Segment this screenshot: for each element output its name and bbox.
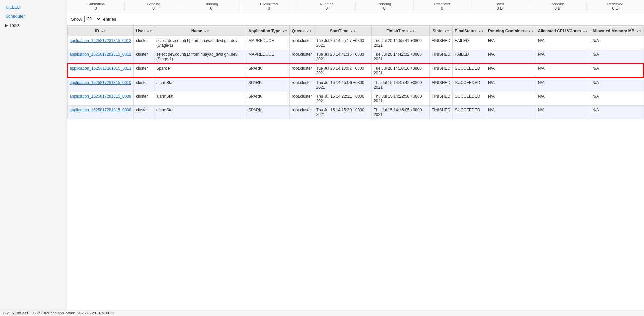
- cell-id[interactable]: application_1625817281315_0010: [67, 78, 134, 92]
- th-app-type[interactable]: Application Type ▲▼: [246, 26, 290, 36]
- cell-app_type: SPARK: [246, 78, 290, 92]
- cell-id[interactable]: application_1625817281315_0013: [67, 36, 134, 50]
- stat-used-mem-value: 0 B: [474, 6, 526, 11]
- cell-name: Spark Pi: [154, 64, 246, 78]
- table-row: application_1625817281315_0009clusterala…: [67, 92, 644, 106]
- th-queue[interactable]: Queue ▲▼: [290, 26, 314, 36]
- th-id[interactable]: ID ▲▼: [67, 26, 134, 36]
- cell-final_status: FAILED: [453, 50, 486, 64]
- cell-user: cluster: [134, 36, 154, 50]
- stat-running-containers: Running 0: [298, 1, 356, 11]
- cell-alloc_mem: N/A: [590, 50, 644, 64]
- cell-start_time: Thu Jul 15 14:22:11 +0800 2021: [314, 92, 372, 106]
- sidebar-item-killed[interactable]: KILLED: [0, 3, 67, 12]
- cell-running_containers: N/A: [486, 64, 536, 78]
- cell-alloc_mem: N/A: [590, 106, 644, 119]
- th-start-time[interactable]: StartTime ▲▼: [314, 26, 372, 36]
- start-time-sort-icon: ▲▼: [350, 30, 356, 33]
- th-alloc-cpu[interactable]: Allocated CPU VCores ▲▼: [536, 26, 590, 36]
- app-id-link[interactable]: application_1625817281315_0013: [70, 38, 131, 43]
- cell-queue: root.cluster: [290, 64, 314, 78]
- th-user[interactable]: User ▲▼: [134, 26, 154, 36]
- status-url: 172.16.188.231:8088/cluster/app/applicat…: [3, 311, 114, 315]
- cell-app_type: MAPREDUCE: [246, 50, 290, 64]
- cell-alloc_cpu: N/A: [536, 50, 590, 64]
- stat-running-containers-label: Running: [301, 2, 353, 6]
- app-id-link[interactable]: application_1625817281315_0011: [70, 66, 131, 71]
- cell-state: FINISHED: [430, 106, 453, 119]
- cell-user: cluster: [134, 50, 154, 64]
- finish-time-sort-icon: ▲▼: [409, 30, 415, 33]
- cell-queue: root.cluster: [290, 106, 314, 119]
- th-final-status[interactable]: FinalStatus ▲▼: [453, 26, 486, 36]
- stat-pending-containers: Pending 0: [356, 1, 413, 11]
- cell-start_time: Tue Jul 20 14:18:02 +0800 2021: [314, 64, 372, 78]
- cell-app_type: SPARK: [246, 92, 290, 106]
- table-body: application_1625817281315_0013clustersel…: [67, 36, 644, 119]
- cell-app_type: SPARK: [246, 106, 290, 119]
- stat-reserved-mem-value: 0 B: [589, 6, 641, 11]
- state-sort-icon: ▲▼: [444, 30, 449, 33]
- stat-pending-containers-label: Pending: [358, 2, 410, 6]
- stat-running-apps-label: Running: [185, 2, 237, 6]
- cell-queue: root.cluster: [290, 92, 314, 106]
- th-state[interactable]: State ▲▼: [430, 26, 453, 36]
- th-alloc-mem[interactable]: Allocated Memory MB ▲▼: [590, 26, 644, 36]
- th-running-containers[interactable]: Running Containers ▲▼: [486, 26, 536, 36]
- cell-finish_time: Tue Jul 20 14:42:02 +0800 2021: [372, 50, 430, 64]
- cell-app_type: SPARK: [246, 64, 290, 78]
- status-bar: 172.16.188.231:8088/cluster/app/applicat…: [0, 310, 644, 316]
- cell-id[interactable]: application_1625817281315_0011: [67, 64, 134, 78]
- cell-alloc_mem: N/A: [590, 78, 644, 92]
- app-id-link[interactable]: application_1625817281315_0010: [70, 80, 131, 85]
- cell-alloc_cpu: N/A: [536, 64, 590, 78]
- stat-used-mem: Used 0 B: [471, 1, 529, 11]
- stat-reserved-containers-value: 0: [416, 6, 468, 11]
- th-name[interactable]: Name ▲▼: [154, 26, 246, 36]
- cell-name: alarmStat: [154, 92, 246, 106]
- sidebar: KILLED Scheduler ▶ Tools: [0, 0, 67, 316]
- cell-id[interactable]: application_1625817281315_0008: [67, 106, 134, 119]
- queue-sort-icon: ▲▼: [306, 30, 312, 33]
- stat-completed-apps: Completed 0: [240, 1, 298, 11]
- cell-user: cluster: [134, 106, 154, 119]
- entries-select[interactable]: 20 10 25 50 100: [84, 16, 101, 22]
- sidebar-item-tools[interactable]: ▶ Tools: [0, 21, 67, 30]
- applications-table-wrapper: ID ▲▼ User ▲▼ Name ▲▼ Application Type ▲…: [67, 25, 644, 119]
- cell-running_containers: N/A: [486, 50, 536, 64]
- app-id-link[interactable]: application_1625817281315_0009: [70, 94, 131, 99]
- stat-reserved-mem: Reserved 0 B: [587, 1, 644, 11]
- cell-start_time: Tue Jul 20 14:55:17 +0800 2021: [314, 36, 372, 50]
- cell-queue: root.cluster: [290, 78, 314, 92]
- cell-id[interactable]: application_1625817281315_0012: [67, 50, 134, 64]
- scheduler-link[interactable]: Scheduler: [5, 14, 25, 19]
- cell-final_status: FAILED: [453, 36, 486, 50]
- stat-pending-mem-label: Pending: [532, 2, 584, 6]
- cell-alloc_cpu: N/A: [536, 92, 590, 106]
- cell-running_containers: N/A: [486, 36, 536, 50]
- cell-running_containers: N/A: [486, 106, 536, 119]
- stat-pending-mem-value: 0 B: [532, 6, 584, 11]
- show-entries-bar: Show 20 10 25 50 100 entries: [67, 13, 644, 25]
- stat-reserved-containers-label: Reserved: [416, 2, 468, 6]
- cell-id[interactable]: application_1625817281315_0009: [67, 92, 134, 106]
- cell-final_status: SUCCEEDED: [453, 78, 486, 92]
- alloc-mem-sort-icon: ▲▼: [636, 30, 642, 33]
- cell-user: cluster: [134, 78, 154, 92]
- th-finish-time[interactable]: FinishTime ▲▼: [372, 26, 430, 36]
- stat-reserved-mem-label: Reserved: [589, 2, 641, 6]
- killed-link[interactable]: KILLED: [5, 5, 20, 10]
- cell-state: FINISHED: [430, 50, 453, 64]
- cell-queue: root.cluster: [290, 36, 314, 50]
- app-id-link[interactable]: application_1625817281315_0012: [70, 52, 131, 57]
- cell-running_containers: N/A: [486, 92, 536, 106]
- stat-reserved-containers: Reserved 0: [414, 1, 471, 11]
- cell-start_time: Thu Jul 15 14:45:06 +0800 2021: [314, 78, 372, 92]
- cell-name: alarmStat: [154, 106, 246, 119]
- cell-alloc_mem: N/A: [590, 64, 644, 78]
- cell-alloc_mem: N/A: [590, 36, 644, 50]
- app-id-link[interactable]: application_1625817281315_0008: [70, 108, 131, 112]
- stat-pending-apps-label: Pending: [127, 2, 179, 6]
- cell-alloc_cpu: N/A: [536, 78, 590, 92]
- sidebar-item-scheduler[interactable]: Scheduler: [0, 12, 67, 21]
